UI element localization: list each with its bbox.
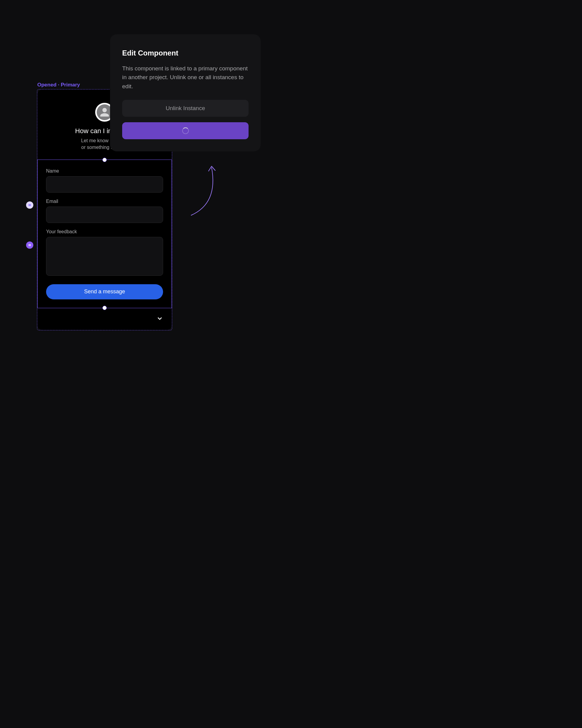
frame-label: Opened · Primary bbox=[37, 82, 80, 88]
list-icon[interactable] bbox=[26, 201, 33, 209]
form-section[interactable]: Name Email Your feedback Send a message bbox=[37, 160, 172, 308]
arrow-annotation bbox=[176, 161, 227, 222]
chevron-down-icon[interactable] bbox=[156, 315, 163, 323]
edit-component-modal: Edit Component This component is linked … bbox=[110, 34, 261, 151]
name-input[interactable] bbox=[46, 176, 163, 192]
modal-title: Edit Component bbox=[122, 49, 249, 57]
loading-spinner-icon bbox=[182, 127, 189, 134]
feedback-label: Your feedback bbox=[46, 229, 163, 234]
unlink-all-button-loading[interactable] bbox=[122, 122, 249, 139]
name-label: Name bbox=[46, 168, 163, 174]
card-footer bbox=[37, 308, 172, 330]
modal-description: This component is linked to a primary co… bbox=[122, 64, 249, 91]
email-input[interactable] bbox=[46, 207, 163, 223]
email-label: Email bbox=[46, 199, 163, 204]
list-icon[interactable] bbox=[26, 241, 33, 249]
feedback-textarea[interactable] bbox=[46, 237, 163, 276]
unlink-instance-button[interactable]: Unlink Instance bbox=[122, 100, 249, 117]
send-message-button[interactable]: Send a message bbox=[46, 284, 163, 300]
